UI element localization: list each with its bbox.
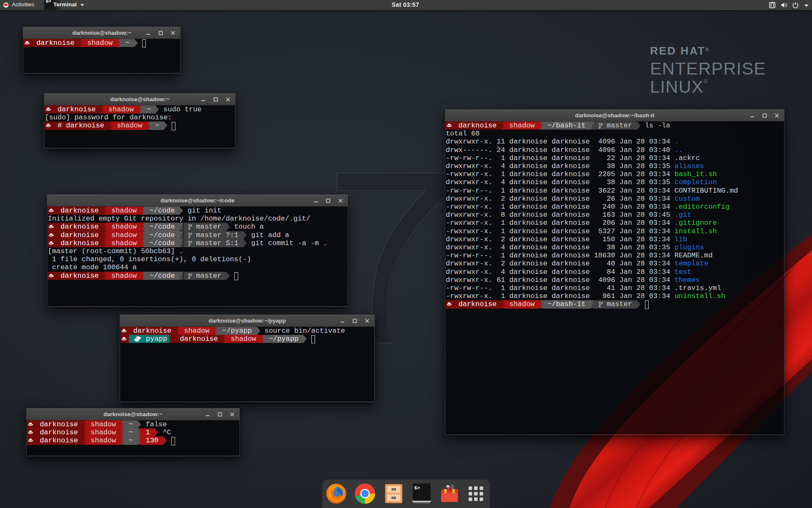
svg-text:$>: $> xyxy=(414,485,420,491)
